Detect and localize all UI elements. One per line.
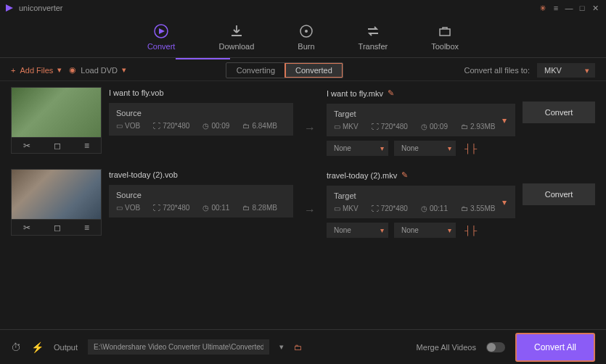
transfer-icon (365, 23, 381, 39)
arrow-icon: → (300, 87, 319, 156)
disc-icon: ◉ (69, 65, 76, 75)
schedule-icon[interactable]: ⏱ (11, 342, 21, 353)
target-label: Target (334, 109, 508, 118)
output-format-dropdown[interactable]: MKV (537, 63, 595, 78)
target-filename: I want to fly.mkv (327, 89, 383, 98)
tab-label: Download (218, 42, 254, 51)
main-tabs: Convert Download Burn Transfer Toolbox (0, 16, 606, 58)
adjust-icon[interactable]: ┤├ (464, 144, 477, 154)
subtitle-dropdown[interactable]: None (394, 141, 456, 156)
convert-all-button[interactable]: Convert All (515, 333, 595, 362)
duration-value: ◷ 00:11 (421, 204, 448, 212)
target-box[interactable]: Target ▭ MKV ⛶ 720*480 ◷ 00:11 🗀 3.55MB … (327, 186, 515, 218)
target-label: Target (334, 191, 508, 200)
close-button[interactable]: ✕ (589, 4, 602, 13)
app-logo-icon (4, 3, 15, 13)
chevron-down-icon[interactable]: ▾ (279, 342, 284, 352)
bottombar: ⏱ ⚡ Output ▾ 🗀 Merge All Videos Convert … (0, 329, 606, 364)
app-title: uniconverter (19, 4, 63, 12)
duration-value: ◷ 00:09 (202, 122, 229, 130)
trim-icon[interactable]: ✂ (23, 141, 30, 151)
chevron-down-icon: ▾ (122, 65, 126, 75)
edit-icon[interactable]: ✎ (388, 88, 394, 98)
target-filename: travel-today (2).mkv (327, 171, 397, 180)
audio-track-dropdown[interactable]: None (327, 141, 388, 156)
seg-converting[interactable]: Converting (226, 63, 285, 78)
tab-transfer[interactable]: Transfer (359, 23, 388, 51)
convert-all-label: Convert all files to: (464, 66, 530, 75)
edit-icon[interactable]: ✎ (401, 170, 408, 180)
video-thumbnail[interactable] (11, 87, 102, 138)
size-value: 🗀 8.28MB (242, 204, 277, 212)
tab-label: Burn (298, 42, 314, 51)
merge-toggle[interactable] (486, 342, 505, 352)
resolution-value: ⛶ 720*480 (372, 123, 408, 131)
file-row: ✂ ◻ ≡ I want to fly.vob Source ▭ VOB ⛶ 7… (11, 87, 595, 156)
audio-track-dropdown[interactable]: None (327, 223, 388, 238)
toolbar: + Add Files ▾ ◉ Load DVD ▾ Converting Co… (0, 59, 606, 81)
gpu-icon[interactable]: ⚡ (31, 342, 44, 353)
convert-button[interactable]: Convert (523, 183, 595, 205)
source-filename: I want to fly.vob (109, 88, 164, 97)
trim-icon[interactable]: ✂ (23, 223, 30, 233)
svg-rect-5 (440, 29, 450, 36)
open-folder-icon[interactable]: 🗀 (294, 343, 302, 352)
tab-convert[interactable]: Convert (147, 23, 176, 51)
chevron-down-icon[interactable]: ▾ (502, 197, 507, 207)
burn-icon (298, 23, 314, 39)
format-badge: ▭ MKV (334, 123, 359, 131)
titlebar: uniconverter ⛯ ≡ — □ ✕ (0, 0, 606, 16)
source-label: Source (116, 191, 286, 199)
settings-icon[interactable]: ≡ (84, 141, 89, 151)
tab-toolbox[interactable]: Toolbox (431, 23, 459, 51)
crop-icon[interactable]: ◻ (54, 223, 61, 233)
svg-marker-0 (6, 4, 13, 12)
thumbnail-tools: ✂ ◻ ≡ (11, 220, 102, 236)
adjust-icon[interactable]: ┤├ (464, 226, 477, 236)
output-label: Output (54, 343, 78, 352)
size-value: 🗀 2.93MB (461, 123, 495, 131)
source-box: Source ▭ VOB ⛶ 720*480 ◷ 00:11 🗀 8.28MB (109, 185, 293, 218)
tab-download[interactable]: Download (218, 23, 254, 51)
duration-value: ◷ 00:09 (421, 123, 448, 131)
chevron-down-icon[interactable]: ▾ (502, 115, 507, 125)
format-badge: ▭ VOB (116, 122, 140, 130)
resolution-value: ⛶ 720*480 (153, 204, 189, 212)
plus-icon: + (11, 66, 15, 75)
subtitle-dropdown[interactable]: None (394, 223, 456, 238)
tab-burn[interactable]: Burn (298, 23, 314, 51)
file-row: ✂ ◻ ≡ travel-today (2).vob Source ▭ VOB … (11, 169, 595, 238)
status-segment: Converting Converted (226, 62, 343, 78)
settings-icon[interactable]: ≡ (84, 223, 89, 233)
menu-icon[interactable]: ≡ (549, 4, 562, 12)
source-label: Source (116, 109, 286, 117)
resolution-value: ⛶ 720*480 (153, 122, 189, 130)
format-badge: ▭ VOB (116, 204, 140, 212)
file-list: ✂ ◻ ≡ I want to fly.vob Source ▭ VOB ⛶ 7… (0, 81, 606, 329)
minimize-button[interactable]: — (562, 4, 576, 12)
crop-icon[interactable]: ◻ (54, 141, 61, 151)
convert-button[interactable]: Convert (523, 102, 595, 123)
svg-point-4 (305, 30, 308, 33)
format-badge: ▭ MKV (334, 204, 359, 212)
add-files-button[interactable]: + Add Files ▾ (11, 65, 62, 75)
output-path-field[interactable] (88, 339, 269, 355)
duration-value: ◷ 00:11 (202, 204, 229, 212)
tab-label: Convert (147, 42, 176, 51)
maximize-button[interactable]: □ (576, 4, 589, 12)
size-value: 🗀 6.84MB (242, 122, 277, 130)
merge-label: Merge All Videos (417, 343, 476, 352)
seg-converted[interactable]: Converted (284, 62, 343, 78)
video-thumbnail[interactable] (11, 169, 102, 220)
target-box[interactable]: Target ▭ MKV ⛶ 720*480 ◷ 00:09 🗀 2.93MB … (327, 104, 515, 136)
convert-icon (153, 23, 169, 39)
svg-marker-2 (159, 28, 165, 34)
chevron-down-icon: ▾ (57, 65, 62, 75)
load-dvd-button[interactable]: ◉ Load DVD ▾ (69, 65, 126, 75)
add-files-label: Add Files (20, 66, 53, 75)
source-box: Source ▭ VOB ⛶ 720*480 ◷ 00:09 🗀 6.84MB (109, 103, 293, 136)
tab-label: Toolbox (431, 42, 459, 51)
gift-icon[interactable]: ⛯ (536, 4, 549, 12)
tab-label: Transfer (359, 42, 388, 51)
source-filename: travel-today (2).vob (109, 170, 178, 179)
